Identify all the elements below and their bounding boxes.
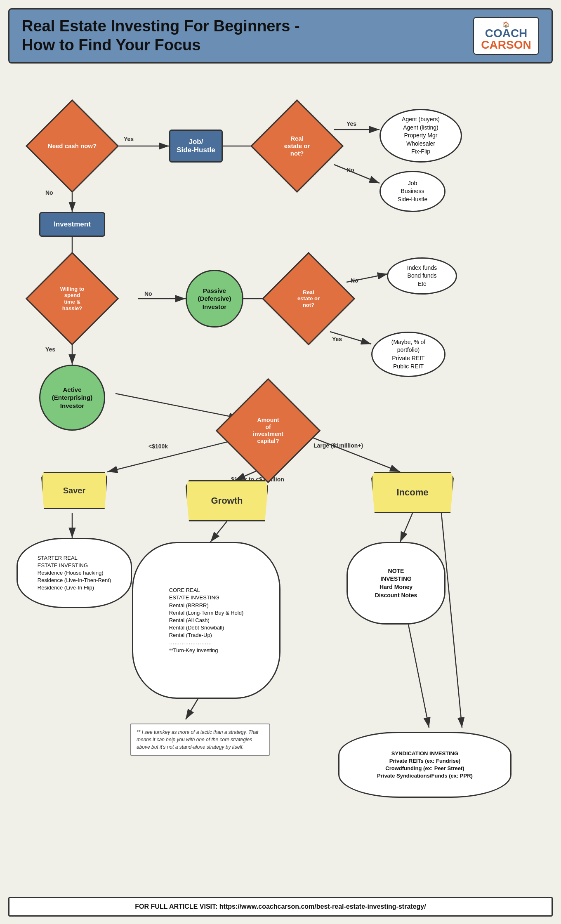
willing-label: Willing to spend time & hassle? [40, 267, 104, 330]
reit-label: (Maybe, % of portfolio) Private REIT Pub… [391, 338, 425, 370]
re-or-not-2-label: Real estate or not? [277, 267, 340, 330]
reit-oval: (Maybe, % of portfolio) Private REIT Pub… [371, 332, 446, 377]
syndication-label: SYNDICATION INVESTING Private REITs (ex:… [377, 750, 473, 780]
re-options-yes-label: Agent (buyers) Agent (listing) Property … [402, 116, 440, 156]
saver-banner: Saver [41, 472, 107, 509]
svg-line-12 [116, 394, 239, 418]
footer: FOR FULL ARTICLE VISIT: https://www.coac… [8, 897, 553, 917]
growth-banner: Growth [186, 480, 268, 521]
label-less100k: <$100k [148, 443, 168, 450]
non-re-label: Index funds Bond funds Etc [407, 264, 437, 288]
re-or-not-1-diamond: Real estate or not? [250, 99, 344, 193]
active-investor-label: Active (Enterprising) Investor [52, 386, 92, 410]
svg-line-13 [107, 439, 239, 472]
active-investor-circle: Active (Enterprising) Investor [39, 365, 105, 431]
label-large: Large ($1million+) [314, 442, 363, 449]
svg-line-15 [305, 435, 400, 472]
passive-investor-label: Passive (Defensive) Investor [198, 287, 231, 311]
job-side-hustle-box: Job/ Side-Hustle [169, 130, 223, 163]
core-re-oval: CORE REAL ESTATE INVESTING Rental (BRRRR… [132, 542, 280, 699]
header: Real Estate Investing For Beginners - Ho… [8, 8, 553, 64]
logo-carson: CARSON [481, 39, 531, 51]
re-options-no-oval: Job Business Side-Hustle [380, 171, 446, 212]
label-yes-willing: Yes [45, 346, 55, 353]
passive-investor-circle: Passive (Defensive) Investor [186, 270, 243, 328]
re-or-not-2-diamond: Real estate or not? [262, 252, 355, 345]
label-no-re1: No [346, 167, 354, 173]
logo: 🏠 COACH CARSON [473, 17, 539, 55]
turnkey-note-box: ** I see turnkey as more of a tactic tha… [130, 724, 270, 756]
income-label: Income [396, 487, 428, 498]
investment-label: Investment [54, 220, 91, 229]
svg-line-20 [441, 513, 462, 728]
starter-re-label: STARTER REAL ESTATE INVESTING Residence … [38, 554, 111, 592]
note-investing-label: NOTE INVESTING Hard Money Discount Notes [375, 567, 417, 599]
page-title: Real Estate Investing For Beginners - Ho… [22, 17, 473, 54]
amount-capital-label: Amount of investment capital? [232, 395, 304, 467]
growth-label: Growth [211, 495, 243, 506]
need-cash-diamond: Need cash now? [26, 99, 119, 193]
label-no-re2: No [351, 277, 358, 284]
label-yes-cash: Yes [124, 136, 134, 142]
svg-line-21 [186, 699, 198, 719]
investment-box: Investment [39, 212, 105, 237]
saver-label: Saver [63, 486, 86, 495]
svg-line-4 [334, 165, 380, 183]
note-investing-oval: NOTE INVESTING Hard Money Discount Notes [346, 542, 446, 625]
non-re-oval: Index funds Bond funds Etc [387, 257, 457, 295]
svg-line-19 [408, 625, 429, 728]
flowchart: Yes No Yes No No No Yes Yes <$100k $100k… [8, 76, 553, 901]
syndication-oval: SYNDICATION INVESTING Private REITs (ex:… [338, 732, 512, 798]
turnkey-note-label: ** I see turnkey as more of a tactic tha… [137, 729, 258, 750]
re-options-no-label: Job Business Side-Hustle [398, 179, 427, 204]
need-cash-label: Need cash now? [40, 114, 104, 178]
label-yes-re2: Yes [332, 336, 342, 342]
page-wrapper: Real Estate Investing For Beginners - Ho… [0, 0, 561, 924]
svg-line-18 [400, 513, 412, 542]
income-banner: Income [371, 472, 454, 513]
amount-capital-diamond: Amount of investment capital? [216, 378, 321, 483]
core-re-label: CORE REAL ESTATE INVESTING Rental (BRRRR… [169, 587, 244, 654]
re-or-not-1-label: Real estate or not? [265, 114, 329, 178]
job-side-hustle-label: Job/ Side-Hustle [177, 138, 215, 155]
label-no-willing: No [144, 290, 152, 297]
label-no-cash: No [45, 189, 53, 196]
label-yes-re1: Yes [346, 120, 356, 127]
svg-line-17 [210, 521, 227, 542]
logo-coach: COACH [485, 28, 528, 39]
willing-diamond: Willing to spend time & hassle? [26, 252, 119, 345]
footer-text: FOR FULL ARTICLE VISIT: https://www.coac… [135, 903, 426, 910]
starter-re-oval: STARTER REAL ESTATE INVESTING Residence … [16, 538, 132, 608]
re-options-yes-oval: Agent (buyers) Agent (listing) Property … [380, 109, 462, 163]
